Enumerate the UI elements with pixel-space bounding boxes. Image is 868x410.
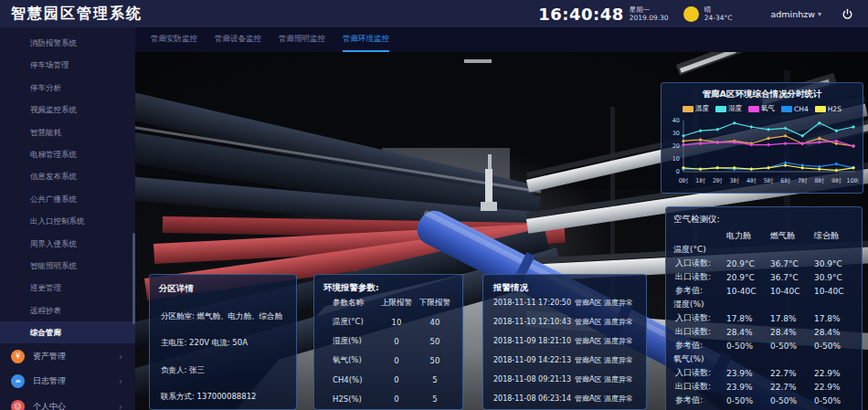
sidebar-item[interactable]: 电梯管理系统	[0, 143, 135, 165]
sidebar-item[interactable]: 消防报警系统	[0, 32, 135, 54]
tab-equipment-monitor[interactable]: 管廊设备监控	[215, 27, 261, 52]
sidebar-group-assets[interactable]: ¥ 资产管理 ›	[0, 343, 135, 369]
air-section-row: 湿度(%)	[672, 298, 856, 311]
air-cell: 17.8%	[814, 314, 858, 323]
svg-text:0时: 0时	[679, 177, 689, 184]
legend-swatch	[781, 106, 792, 112]
alarm-list-item: 2018-11-08 09:21:13 管廊A区 温度异常	[493, 370, 642, 389]
sidebar-item[interactable]: 视频监控系统	[0, 99, 135, 121]
air-table-row: 入口读数: 20.9°C 36.7°C 30.9°C	[672, 257, 856, 270]
sidebar-group-label: 日志管理	[33, 375, 66, 387]
alarm-text: 管廊A区 温度异常	[575, 298, 633, 308]
air-table-row: 参考值: 0-50% 0-50% 0-50%	[672, 339, 856, 352]
legend-item: H2S	[815, 105, 842, 113]
tab-security-monitor[interactable]: 管廊安防监控	[151, 27, 197, 52]
sidebar-item[interactable]: 停车场管理	[0, 54, 135, 76]
air-cell: 0-50%	[726, 396, 770, 405]
alarm-params-header: 参数名称 上限报警 下限报警	[320, 293, 457, 312]
air-table-header: 电力舱 燃气舱 综合舱	[672, 229, 856, 243]
date-label: 2019.09.30	[630, 14, 669, 22]
param-lower: 40	[415, 318, 455, 327]
sidebar-item[interactable]: 出入口控制系统	[0, 210, 135, 232]
air-col-header: 燃气舱	[770, 230, 814, 242]
svg-text:1时: 1时	[695, 177, 705, 184]
alarm-time: 2018-11-08 09:21:13	[493, 375, 571, 384]
svg-text:2时: 2时	[713, 177, 723, 184]
tab-lighting-monitor[interactable]: 管廊照明监控	[279, 27, 325, 52]
param-upper: 10	[378, 318, 415, 327]
air-cell: 28.4%	[770, 328, 814, 337]
sidebar-list: 消防报警系统 停车场管理 停车分析 视频监控系统 智慧能耗 电梯管理系统 信息发…	[0, 27, 135, 343]
svg-text:10: 10	[672, 155, 680, 163]
svg-text:5时: 5时	[764, 177, 774, 184]
air-cell: 10-40C	[770, 287, 814, 296]
alarm-time: 2018-11-09 14:22:13	[493, 356, 571, 364]
air-table-row: 参考值: 0-50% 0-50% 0-50%	[672, 394, 856, 407]
col-header: 上限报警	[378, 298, 415, 309]
app-root: 智慧园区管理系统 16:40:48 星期一 2019.09.30 晴 24-34…	[0, 0, 868, 410]
sidebar-group-label: 个人中心	[33, 401, 66, 410]
param-upper: 0	[378, 356, 415, 365]
sidebar-item[interactable]: 公共广播系统	[0, 188, 135, 210]
param-upper: 0	[378, 394, 415, 404]
alarm-params-title: 环境报警参数:	[320, 282, 457, 293]
air-table-row: 参考值: 10-40C 10-40C 10-40C	[672, 284, 856, 298]
air-table-row: 出口读数: 20.9°C 36.7°C 30.9°C	[672, 270, 856, 284]
sidebar-item[interactable]: 巡更管理	[0, 277, 135, 299]
user-menu[interactable]: adminhzw ▾	[770, 9, 821, 19]
legend-swatch	[815, 106, 826, 112]
svg-text:4时: 4时	[746, 177, 757, 184]
legend-item: 氧气	[748, 104, 775, 113]
air-cell: 17.8%	[770, 314, 814, 323]
air-cell: 0-50%	[770, 342, 814, 351]
air-row-label: 出口读数:	[672, 271, 726, 283]
sidebar-item[interactable]: 远程抄表	[0, 300, 135, 321]
air-table-row: 出口读数: 23.9% 22.7% 22.9%	[672, 380, 856, 394]
alarm-list-panel: 报警情况 2018-11-11 17:20:50 管廊A区 温度异常 2018-…	[482, 274, 647, 410]
air-row-label: 入口读数:	[672, 367, 726, 379]
alarm-params-row: 湿度(%) 0 50	[320, 331, 457, 351]
svg-text:9时: 9时	[831, 177, 842, 184]
alarm-text: 管廊A区 温度异常	[575, 336, 633, 346]
air-cell: 20.9°C	[726, 273, 770, 282]
air-cell: 23.9%	[726, 369, 770, 378]
sidebar-group-logs[interactable]: ≡ 日志管理 ›	[0, 369, 135, 394]
main-content: 管廊安防监控 管廊设备监控 管廊照明监控 管廊环境监控	[135, 27, 868, 410]
sidebar-item-integrated-gallery[interactable]: 综合管廊	[0, 321, 135, 343]
alarm-list-title: 报警情况	[493, 282, 642, 293]
svg-text:8时: 8时	[814, 177, 824, 184]
sidebar-item[interactable]: 停车分析	[0, 77, 135, 99]
col-header: 下限报警	[415, 298, 455, 309]
air-cell: 0-50%	[726, 342, 770, 351]
alarm-time: 2018-11-08 06:23:14	[493, 394, 571, 403]
sidebar-scrollbar[interactable]	[132, 233, 135, 324]
air-monitor-panel: 空气检测仪: 电力舱 燃气舱 综合舱 温度(°C) 入口读数: 20.9°C 3…	[665, 206, 863, 410]
env-chart-panel: 管廊A区环境综合情况分时统计 温度湿度氧气CH4H2S 0102030400时1…	[661, 82, 863, 194]
air-cell: 10-40C	[814, 287, 858, 296]
sidebar-group-profile[interactable]: ☺ 个人中心 ›	[0, 394, 135, 410]
env-line-chart: 0102030400时1时2时3时4时5时6时7时8时9时10时	[665, 115, 859, 192]
sidebar-item[interactable]: 周界入侵系统	[0, 233, 135, 255]
sidebar-item[interactable]: 信息发布系统	[0, 165, 135, 187]
sidebar-item[interactable]: 智能照明系统	[0, 255, 135, 277]
sidebar-item[interactable]: 智慧能耗	[0, 121, 135, 143]
legend-label: H2S	[828, 105, 842, 113]
asset-icon: ¥	[11, 350, 25, 363]
air-row-label: 出口读数:	[672, 326, 726, 338]
alarm-time: 2018-11-09 18:21:10	[493, 337, 571, 345]
alarm-params-row: CH4(%) 0 5	[320, 370, 457, 389]
legend-label: 氧气	[761, 104, 775, 113]
air-monitor-title: 空气检测仪:	[672, 214, 856, 226]
weather-condition: 晴	[704, 5, 733, 14]
air-cell: 22.9%	[814, 369, 858, 378]
zone-details-panel: 分区详情 分区舱室: 燃气舱、电力舱、综合舱 主电压: 220V 电流: 50A…	[149, 274, 297, 410]
air-col-header: 综合舱	[814, 230, 858, 242]
alarm-list-item: 2018-11-09 18:21:10 管廊A区 温度异常	[493, 331, 642, 351]
log-icon: ≡	[11, 374, 25, 388]
air-section-name: 氧气(%)	[672, 353, 725, 365]
air-cell: 22.9%	[814, 383, 858, 392]
tab-environment-monitor[interactable]: 管廊环境监控	[343, 27, 389, 52]
power-button[interactable]	[842, 8, 853, 20]
weather-temp: 24-34°C	[704, 14, 733, 22]
air-cell: 30.9°C	[814, 259, 858, 268]
